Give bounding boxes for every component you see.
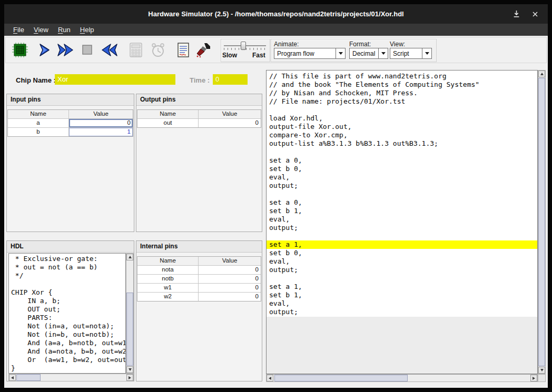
hdl-horizontal-scrollbar[interactable] <box>8 374 134 381</box>
animate-label: Animate: <box>274 41 299 48</box>
scroll-right-icon[interactable] <box>530 375 537 381</box>
menu-item-help[interactable]: Help <box>75 24 99 36</box>
column-header-value: Value <box>199 257 261 265</box>
menu-item-view[interactable]: View <box>29 24 53 36</box>
clear-button[interactable] <box>193 41 213 61</box>
input-pins-title: Input pins <box>7 94 134 106</box>
fast-forward-icon <box>56 43 74 59</box>
close-icon[interactable] <box>531 10 539 18</box>
script-line: // and the book "The Elements of Computi… <box>267 81 537 89</box>
format-label: Format: <box>349 41 371 48</box>
hdl-title: HDL <box>7 241 134 253</box>
column-header-value: Value <box>69 110 133 118</box>
pin-value[interactable]: 0 <box>69 119 133 127</box>
scroll-down-icon[interactable] <box>538 367 545 374</box>
single-step-button[interactable] <box>34 41 54 61</box>
table-header-row: NameValue <box>137 257 261 266</box>
script-vscroll-thumb[interactable] <box>538 78 545 366</box>
pin-name: w1 <box>137 284 199 292</box>
pin-row-b: b1 <box>8 128 133 136</box>
stop-button[interactable] <box>77 41 97 61</box>
pin-row-out: out0 <box>137 119 261 127</box>
script-horizontal-scrollbar[interactable] <box>266 374 538 382</box>
menu-item-file[interactable]: File <box>8 24 29 36</box>
speed-slider-thumb[interactable] <box>241 42 246 50</box>
pin-row-notb: notb0 <box>137 275 261 284</box>
paintbrush-icon <box>195 42 211 59</box>
pin-name: b <box>8 128 69 136</box>
pin-name: out <box>137 119 199 127</box>
animate-select[interactable]: Program flow <box>274 48 346 59</box>
format-select[interactable]: Decimal <box>349 48 388 59</box>
hdl-vertical-scrollbar[interactable] <box>126 253 134 374</box>
load-script-button[interactable] <box>173 41 193 61</box>
script-line <box>267 106 537 114</box>
script-vertical-scrollbar[interactable] <box>538 70 546 374</box>
hdl-code: * Exclusive-or gate: * out = not (a == b… <box>11 255 125 373</box>
rewind-icon <box>101 43 119 59</box>
script-line <box>267 190 537 198</box>
pin-value[interactable]: 0 <box>199 293 261 301</box>
calculator-icon <box>129 42 143 59</box>
table-header-row: NameValue <box>137 110 261 119</box>
script-line: // by Nisan and Schocken, MIT Press. <box>267 89 537 97</box>
script-line: output-file Xor.out, <box>267 123 537 131</box>
pin-name: a <box>8 119 69 127</box>
table-header-row: NameValue <box>8 110 133 119</box>
pin-name: nota <box>137 266 199 274</box>
scroll-up-icon[interactable] <box>538 71 545 77</box>
script-line: // File name: projects/01/Xor.tst <box>267 97 537 106</box>
pin-value[interactable]: 0 <box>199 119 261 127</box>
scroll-up-icon[interactable] <box>126 254 133 260</box>
reset-button[interactable] <box>100 41 120 61</box>
download-icon[interactable] <box>512 10 520 18</box>
column-header-name: Name <box>8 110 69 118</box>
slider-fast-label: Fast <box>252 52 265 59</box>
script-line: output-list a%B3.1.3 b%B3.1.3 out%B3.1.3… <box>267 139 537 148</box>
script-lines: // This file is part of www.nand2tetris.… <box>267 71 537 317</box>
pin-value[interactable]: 0 <box>199 266 261 274</box>
pin-value[interactable]: 0 <box>199 284 261 292</box>
script-line: compare-to Xor.cmp, <box>267 131 537 139</box>
pin-value[interactable]: 1 <box>69 128 133 136</box>
clock-icon <box>150 42 166 59</box>
script-line: output; <box>267 182 537 190</box>
scroll-left-icon[interactable] <box>267 375 273 381</box>
output-pins-title: Output pins <box>136 94 262 106</box>
script-line: set b 0, <box>267 165 537 173</box>
menu-item-run[interactable]: Run <box>53 24 75 36</box>
hdl-code-view[interactable]: * Exclusive-or gate: * out = not (a == b… <box>8 253 126 374</box>
scroll-left-icon[interactable] <box>9 374 16 381</box>
script-line: output; <box>267 308 537 316</box>
application-window: Hardware Simulator (2.5) - /home/thomas/… <box>4 4 548 388</box>
view-select[interactable]: Script <box>390 48 432 59</box>
slider-slow-label: Slow <box>222 52 237 59</box>
pin-value[interactable]: 0 <box>199 275 261 283</box>
script-line: // This file is part of www.nand2tetris.… <box>267 72 537 81</box>
scroll-down-icon[interactable] <box>126 366 133 373</box>
script-hscroll-thumb[interactable] <box>274 375 408 381</box>
run-button[interactable] <box>55 41 75 61</box>
titlebar-buttons <box>512 4 539 24</box>
scroll-right-icon[interactable] <box>126 374 133 381</box>
hdl-hscroll-thumb[interactable] <box>16 374 41 381</box>
menu-mnemonic: V <box>34 26 38 34</box>
load-chip-button[interactable] <box>10 41 30 61</box>
calculator-button[interactable] <box>126 41 146 61</box>
pin-row-a: a0 <box>8 119 133 128</box>
script-line-current: set a 1, <box>267 240 537 249</box>
clock-button[interactable] <box>148 41 168 61</box>
chevron-down-icon[interactable] <box>422 48 431 58</box>
script-document-icon <box>176 42 190 59</box>
pin-row-w2: w20 <box>137 293 261 301</box>
internal-pins-table: NameValuenota0notb0w10w20 <box>137 256 261 301</box>
chip-name-field: Xor <box>55 74 175 85</box>
view-value: Script <box>390 48 422 58</box>
script-line: output; <box>267 266 537 274</box>
script-view[interactable]: // This file is part of www.nand2tetris.… <box>266 70 538 374</box>
hdl-vscroll-thumb[interactable] <box>126 293 133 366</box>
pin-row-nota: nota0 <box>137 266 261 275</box>
script-line: eval, <box>267 299 537 308</box>
chevron-down-icon[interactable] <box>336 48 345 58</box>
chevron-down-icon[interactable] <box>378 48 388 58</box>
